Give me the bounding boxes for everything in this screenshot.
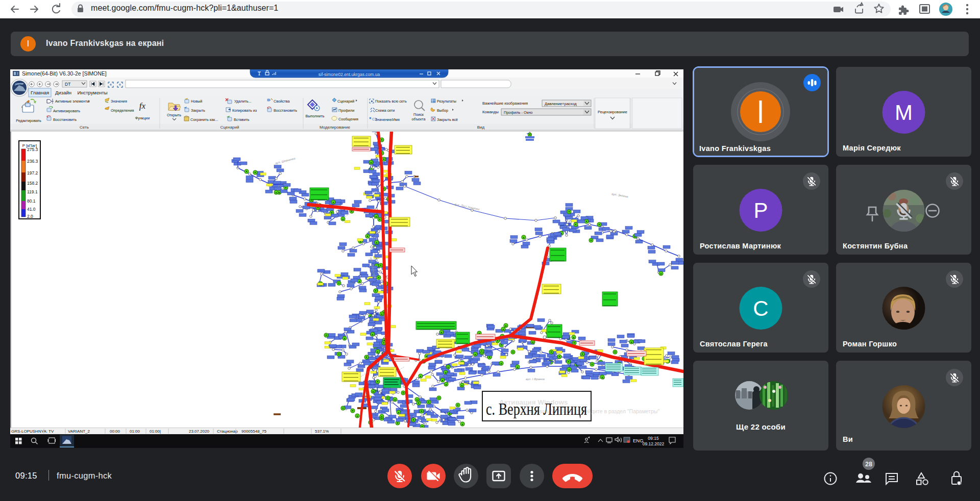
svg-text:09.12.2022: 09.12.2022 — [643, 441, 665, 446]
svg-text:Выполнить: Выполнить — [306, 114, 325, 118]
svg-text:ENG: ENG — [633, 438, 644, 443]
svg-text:VARIANT_2: VARIANT_2 — [68, 429, 90, 434]
svg-text:537.1%: 537.1% — [315, 429, 329, 434]
svg-text:Значение/Имя: Значение/Имя — [375, 117, 400, 122]
svg-text:Вид: Вид — [477, 125, 485, 130]
svg-text:119.1: 119.1 — [27, 189, 38, 194]
svg-text:Удалить...: Удалить... — [234, 99, 251, 104]
svg-text:Результаты: Результаты — [437, 99, 456, 104]
svg-text:Закрыть: Закрыть — [191, 108, 205, 113]
svg-text:Сохранить как...: Сохранить как... — [190, 117, 218, 122]
svg-text:M: M — [895, 101, 913, 124]
svg-text:Выбор: Выбор — [437, 108, 448, 113]
svg-text:Вставить: Вставить — [234, 117, 250, 122]
svg-text:Сеть: Сеть — [80, 125, 89, 130]
svg-text:Активные элементы: Активные элементы — [55, 99, 89, 104]
svg-text:sif-simone02.ent.ukrgas.com.ua: sif-simone02.ent.ukrgas.com.ua — [318, 72, 380, 77]
svg-text:158.2: 158.2 — [27, 181, 38, 186]
svg-text:объекта: объекта — [412, 117, 426, 121]
svg-text:Сценарий: Сценарий — [337, 99, 354, 104]
svg-text:Функции: Функции — [135, 116, 150, 120]
svg-text:Свойства: Свойства — [274, 99, 290, 104]
svg-text:DT: DT — [65, 82, 70, 87]
svg-text:Моделирование: Моделирование — [320, 125, 350, 130]
svg-text:Инструменты: Инструменты — [77, 90, 107, 95]
svg-text:вул. I.Франка: вул. I.Франка — [526, 378, 545, 381]
svg-text:TV: TV — [48, 429, 54, 434]
svg-text:Восстановить: Восстановить — [53, 117, 77, 122]
svg-text:Стационар: Стационар — [217, 429, 238, 434]
svg-text:GRS-LOPUSHNYA:: GRS-LOPUSHNYA: — [11, 429, 47, 434]
svg-text:Профили: Профили — [338, 108, 354, 113]
svg-text:Сообщения: Сообщения — [338, 117, 358, 121]
svg-text:275.3: 275.3 — [27, 147, 38, 152]
svg-text:fx: fx — [139, 101, 146, 111]
svg-text:P: P — [753, 198, 768, 222]
svg-text:01:00|: 01:00| — [150, 429, 161, 434]
svg-text:Значения: Значения — [111, 99, 127, 104]
svg-text:Важнейшие изображения: Важнейшие изображения — [482, 101, 528, 106]
svg-text:Определения: Определения — [111, 108, 134, 113]
svg-text:23.07.2020: 23.07.2020 — [189, 429, 210, 434]
svg-text:Давление+расход: Давление+расход — [545, 102, 577, 106]
svg-text:Закрыть всё: Закрыть всё — [437, 117, 458, 122]
svg-text:01:00: 01:00 — [130, 429, 140, 434]
svg-text:Схема сети: Схема сети — [375, 108, 395, 113]
svg-text:80.1: 80.1 — [27, 198, 36, 204]
svg-text:Команды: Команды — [482, 110, 499, 114]
svg-text:197.2: 197.2 — [27, 170, 38, 176]
svg-text:C: C — [753, 296, 768, 320]
svg-text:Новый: Новый — [191, 99, 202, 104]
svg-text:с. Верхня Липиця: с. Верхня Липиця — [486, 400, 587, 418]
svg-text:Активизировать: Активизировать — [53, 109, 80, 113]
svg-text:236.3: 236.3 — [27, 159, 38, 164]
svg-text:Сценарий: Сценарий — [220, 125, 239, 130]
svg-text:Рецензирование: Рецензирование — [598, 110, 627, 114]
svg-text:Профиль - Окно: Профиль - Окно — [504, 110, 532, 115]
svg-text:00:00: 00:00 — [110, 429, 120, 434]
svg-text:90005548_75: 90005548_75 — [241, 429, 266, 434]
svg-text:41.0: 41.0 — [27, 207, 36, 212]
svg-text:Редактировать: Редактировать — [16, 118, 41, 123]
svg-text:Simone(64-Bit) V6.30-2e [SIMON: Simone(64-Bit) V6.30-2e [SIMONE] — [22, 70, 107, 77]
svg-text:Поиск: Поиск — [413, 112, 424, 117]
svg-text:28: 28 — [865, 461, 872, 468]
svg-text:2.0: 2.0 — [27, 214, 33, 219]
svg-text:Дизайн: Дизайн — [55, 90, 71, 95]
svg-text:Открыть: Открыть — [167, 113, 181, 117]
svg-text:Копировать из: Копировать из — [232, 108, 257, 113]
svg-text:09:15: 09:15 — [648, 436, 659, 441]
svg-text:Восстановить: Восстановить — [274, 108, 297, 113]
svg-text:Показать всю сеть: Показать всю сеть — [375, 99, 407, 104]
svg-text:SIMONE: SIMONE — [15, 83, 23, 85]
svg-text:Главная: Главная — [31, 90, 49, 95]
